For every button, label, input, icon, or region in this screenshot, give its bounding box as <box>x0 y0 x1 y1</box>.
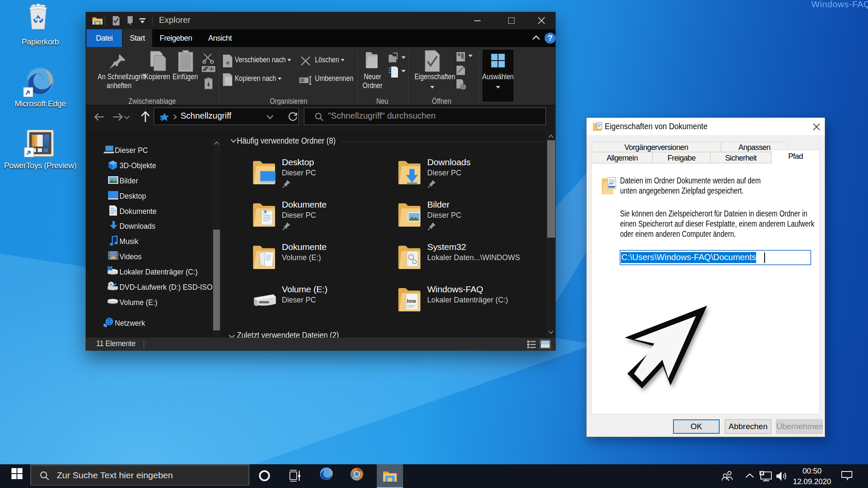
svg-text:low: low <box>407 298 417 304</box>
